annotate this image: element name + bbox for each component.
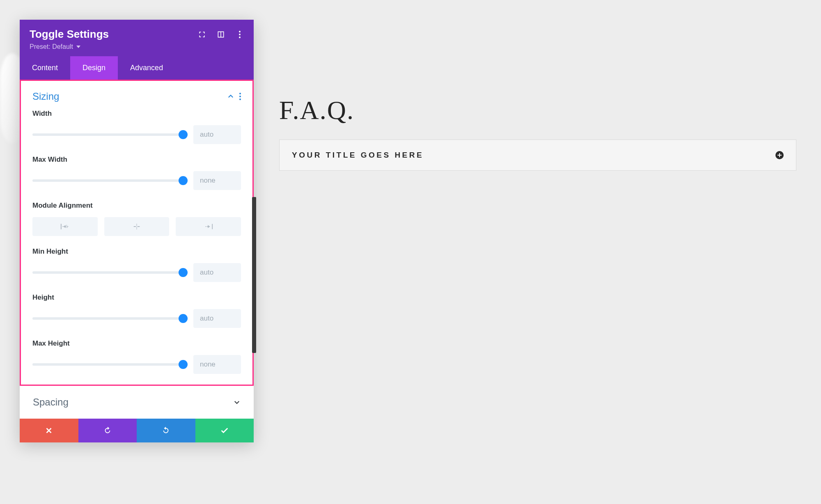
tab-advanced[interactable]: Advanced xyxy=(118,56,175,80)
tab-content[interactable]: Content xyxy=(20,56,70,80)
field-width: Width auto xyxy=(32,110,241,144)
width-slider-thumb[interactable] xyxy=(179,130,188,139)
max-height-value-input[interactable]: none xyxy=(193,355,241,374)
max-width-slider-thumb[interactable] xyxy=(179,176,188,185)
section-spacing[interactable]: Spacing xyxy=(20,386,254,419)
panel-body: Sizing Width auto Max Width none xyxy=(20,80,254,419)
height-slider-thumb[interactable] xyxy=(179,314,188,323)
align-right-button[interactable] xyxy=(176,217,241,236)
undo-button[interactable] xyxy=(78,419,137,442)
min-height-value-input[interactable]: auto xyxy=(193,263,241,282)
alignment-label: Module Alignment xyxy=(32,202,241,210)
field-max-height: Max Height none xyxy=(32,339,241,374)
min-height-slider-thumb[interactable] xyxy=(179,268,188,277)
expand-icon[interactable] xyxy=(198,30,206,39)
more-options-icon[interactable] xyxy=(236,30,244,39)
field-alignment: Module Alignment xyxy=(32,202,241,236)
canvas-scrollbar[interactable] xyxy=(252,197,256,353)
cancel-button[interactable] xyxy=(20,419,78,442)
max-height-slider-thumb[interactable] xyxy=(179,360,188,369)
max-width-label: Max Width xyxy=(32,156,241,164)
field-min-height: Min Height auto xyxy=(32,247,241,282)
height-label: Height xyxy=(32,293,241,302)
preset-label: Preset: Default xyxy=(30,43,73,50)
dropdown-caret-icon xyxy=(76,46,80,48)
collapse-icon[interactable] xyxy=(227,93,234,100)
panel-header: Toggle Settings Preset: Default xyxy=(20,20,254,56)
panel-layout-icon[interactable] xyxy=(217,30,225,39)
expand-toggle-icon[interactable] xyxy=(775,151,784,159)
panel-title: Toggle Settings xyxy=(30,28,109,41)
section-title-sizing[interactable]: Sizing xyxy=(32,91,59,102)
section-more-icon[interactable] xyxy=(239,93,241,100)
height-value-input[interactable]: auto xyxy=(193,309,241,328)
align-center-button[interactable] xyxy=(104,217,170,236)
section-title-spacing: Spacing xyxy=(33,396,69,408)
width-slider[interactable] xyxy=(32,133,184,136)
min-height-label: Min Height xyxy=(32,247,241,256)
field-height: Height auto xyxy=(32,293,241,328)
max-height-label: Max Height xyxy=(32,339,241,348)
settings-panel: Toggle Settings Preset: Default Content … xyxy=(20,20,254,442)
height-slider[interactable] xyxy=(32,317,184,320)
preset-dropdown[interactable]: Preset: Default xyxy=(30,43,80,50)
max-width-value-input[interactable]: none xyxy=(193,171,241,190)
field-max-width: Max Width none xyxy=(32,156,241,190)
width-value-input[interactable]: auto xyxy=(193,125,241,144)
panel-header-actions xyxy=(198,30,244,39)
faq-heading: F.A.Q. xyxy=(279,95,796,126)
section-sizing: Sizing Width auto Max Width none xyxy=(20,80,254,386)
redo-button[interactable] xyxy=(137,419,195,442)
tabs: Content Design Advanced xyxy=(20,56,254,80)
min-height-slider[interactable] xyxy=(32,271,184,274)
tab-design[interactable]: Design xyxy=(70,56,118,80)
align-left-button[interactable] xyxy=(32,217,98,236)
max-height-slider[interactable] xyxy=(32,363,184,366)
save-button[interactable] xyxy=(195,419,254,442)
preview-canvas: F.A.Q. Your Title Goes Here xyxy=(279,95,796,171)
panel-footer xyxy=(20,419,254,442)
max-width-slider[interactable] xyxy=(32,179,184,182)
toggle-module-title: Your Title Goes Here xyxy=(292,151,424,160)
expand-spacing-icon[interactable] xyxy=(233,399,241,406)
toggle-module[interactable]: Your Title Goes Here xyxy=(279,140,796,171)
width-label: Width xyxy=(32,110,241,118)
